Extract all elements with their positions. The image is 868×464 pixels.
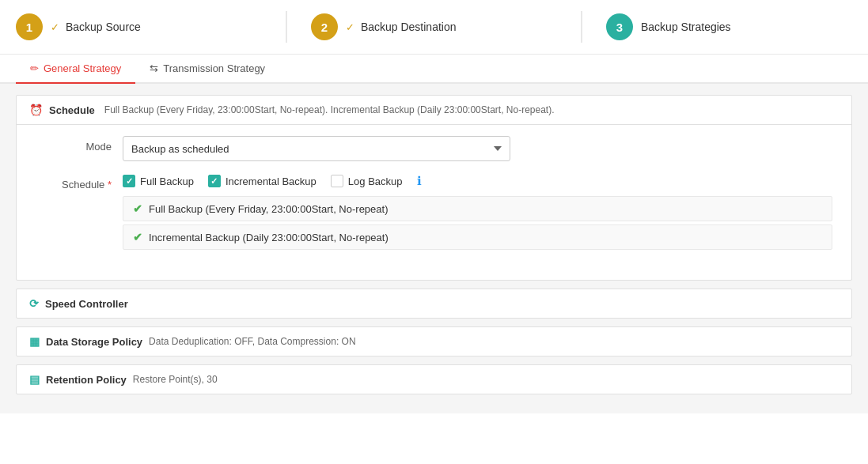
schedule-section: ⏰ Schedule Full Backup (Every Friday, 23… xyxy=(16,95,852,281)
retention-policy-subtitle: Restore Point(s), 30 xyxy=(133,374,218,385)
data-storage-header: ▦ Data Storage Policy Data Deduplication… xyxy=(17,327,851,356)
incremental-backup-checkbox[interactable] xyxy=(208,175,221,187)
step-circle-1: 1 xyxy=(16,13,43,40)
step-check-2: ✓ xyxy=(346,21,354,33)
speed-icon: ⟳ xyxy=(29,297,39,310)
retention-policy-section: ▤ Retention Policy Restore Point(s), 30 xyxy=(16,364,852,394)
schedule-item-full: ✔ Full Backup (Every Friday, 23:00:00Sta… xyxy=(123,196,832,221)
schedule-control: Full Backup Incremental Backup Log Backu… xyxy=(123,174,832,253)
edit-icon: ✏ xyxy=(30,62,39,74)
schedule-header: ⏰ Schedule Full Backup (Every Friday, 23… xyxy=(17,96,851,125)
step-circle-3: 3 xyxy=(606,13,633,40)
mode-control: Backup as scheduledManual Backup xyxy=(123,136,832,161)
main-content: ⏰ Schedule Full Backup (Every Friday, 23… xyxy=(0,84,868,413)
full-backup-checkbox[interactable] xyxy=(123,175,135,187)
data-storage-icon: ▦ xyxy=(29,335,40,348)
step-number-1: 1 xyxy=(26,21,32,34)
step-backup-source[interactable]: 1 ✓ Backup Source xyxy=(16,13,262,40)
checkbox-incremental-backup[interactable]: Incremental Backup xyxy=(208,175,316,187)
full-backup-label: Full Backup xyxy=(140,175,194,187)
mode-select[interactable]: Backup as scheduledManual Backup xyxy=(123,136,510,161)
tab-transmission-label: Transmission Strategy xyxy=(163,62,265,74)
checkbox-log-backup[interactable]: Log Backup xyxy=(331,175,403,187)
step-text-2: Backup Destination xyxy=(361,21,457,33)
step-label-2: ✓ Backup Destination xyxy=(346,21,457,33)
schedule-title: Schedule xyxy=(49,104,95,116)
incremental-backup-schedule-text: Incremental Backup (Daily 23:00:00Start,… xyxy=(149,232,389,243)
data-storage-subtitle: Data Deduplication: OFF, Data Compressio… xyxy=(149,336,355,347)
full-backup-check-icon: ✔ xyxy=(133,202,142,215)
data-storage-title: Data Storage Policy xyxy=(46,336,142,348)
step-backup-destination[interactable]: 2 ✓ Backup Destination xyxy=(311,13,557,40)
retention-policy-title: Retention Policy xyxy=(46,374,127,386)
full-backup-schedule-text: Full Backup (Every Friday, 23:00:00Start… xyxy=(149,203,389,215)
step-text-1: Backup Source xyxy=(66,21,141,33)
transmission-icon: ⇆ xyxy=(150,62,158,74)
step-circle-2: 2 xyxy=(311,13,338,40)
speed-controller-title: Speed Controller xyxy=(45,298,128,310)
schedule-label: Schedule * xyxy=(36,174,123,191)
retention-policy-header: ▤ Retention Policy Restore Point(s), 30 xyxy=(17,365,851,394)
info-icon[interactable]: ℹ xyxy=(417,174,422,188)
tabs-bar: ✏ General Strategy ⇆ Transmission Strate… xyxy=(0,55,868,84)
schedule-icon: ⏰ xyxy=(29,104,43,116)
schedule-row: Schedule * Full Backup Incremental Backu… xyxy=(36,174,832,253)
speed-controller-section: ⟳ Speed Controller xyxy=(16,289,852,319)
step-text-3: Backup Strategies xyxy=(641,21,731,33)
incremental-backup-check-icon: ✔ xyxy=(133,231,142,243)
step-backup-strategies[interactable]: 3 Backup Strategies xyxy=(606,13,852,40)
speed-controller-header: ⟳ Speed Controller xyxy=(17,289,851,318)
retention-icon: ▤ xyxy=(29,373,40,386)
schedule-body: Mode Backup as scheduledManual Backup Sc… xyxy=(17,125,851,280)
step-divider-1 xyxy=(286,11,287,43)
schedule-item-incremental: ✔ Incremental Backup (Daily 23:00:00Star… xyxy=(123,224,832,250)
tab-transmission-strategy[interactable]: ⇆ Transmission Strategy xyxy=(135,55,279,84)
step-number-2: 2 xyxy=(321,21,328,34)
mode-row: Mode Backup as scheduledManual Backup xyxy=(36,136,832,161)
log-backup-label: Log Backup xyxy=(348,175,403,187)
step-label-3: Backup Strategies xyxy=(641,21,731,33)
checkbox-full-backup[interactable]: Full Backup xyxy=(123,175,194,187)
step-divider-2 xyxy=(581,11,582,43)
incremental-backup-label: Incremental Backup xyxy=(226,175,316,187)
schedule-subtitle: Full Backup (Every Friday, 23:00:00Start… xyxy=(104,104,555,115)
schedule-items: ✔ Full Backup (Every Friday, 23:00:00Sta… xyxy=(123,196,832,250)
tab-general-strategy[interactable]: ✏ General Strategy xyxy=(16,55,135,84)
log-backup-checkbox[interactable] xyxy=(331,175,343,187)
steps-bar: 1 ✓ Backup Source 2 ✓ Backup Destination… xyxy=(0,0,868,55)
checkbox-group: Full Backup Incremental Backup Log Backu… xyxy=(123,174,832,188)
tab-general-label: General Strategy xyxy=(44,62,121,74)
data-storage-section: ▦ Data Storage Policy Data Deduplication… xyxy=(16,326,852,356)
step-check-1: ✓ xyxy=(51,21,59,33)
mode-label: Mode xyxy=(36,136,123,153)
step-number-3: 3 xyxy=(616,21,623,34)
step-label-1: ✓ Backup Source xyxy=(51,21,141,33)
